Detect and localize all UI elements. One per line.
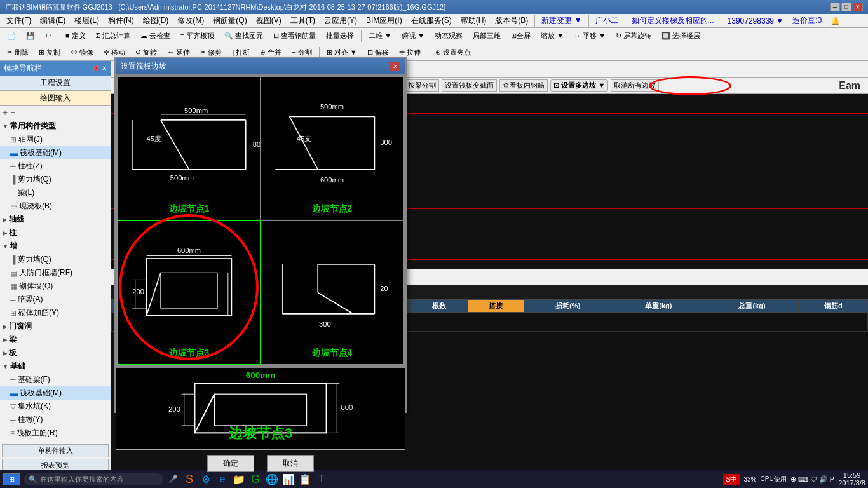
menu-version[interactable]: 版本号(B) — [491, 14, 532, 27]
menu-modify[interactable]: 修改(M) — [173, 14, 208, 27]
dialog-close-btn[interactable]: ✕ — [390, 62, 400, 71]
big-node-label: 边坡节点3 — [229, 424, 292, 443]
dialog-footer: 确定 取消 — [116, 449, 405, 477]
ped-label: 柱墩(Y) — [18, 414, 43, 425]
menu-cloud[interactable]: 云应用(Y) — [320, 14, 361, 27]
nav-item-civil-defense[interactable]: ▤ 人防门框墙(RF) — [0, 266, 111, 280]
set-multi-slope-btn[interactable]: ⊡ 设置多边坡 ▼ — [550, 79, 608, 92]
nav-item-column[interactable]: ┴ 柱柱(Z) — [0, 159, 111, 173]
nav-item-main-rebar[interactable]: ≡ 筏板主筋(R) — [0, 426, 111, 440]
titlebar: 广联达BIM钢筋算量软件 GGJ2013 - [C:\Users\Adminis… — [0, 0, 868, 14]
nav-item-masonry[interactable]: ▦ 砌体墙(Q) — [0, 280, 111, 293]
nav-section-col[interactable]: ▶ 柱 — [0, 226, 111, 240]
menu-online[interactable]: 在线服务(S) — [407, 14, 456, 27]
th-count: 根数 — [410, 300, 467, 313]
menu-help[interactable]: 帮助(H) — [457, 14, 491, 27]
tb-delete[interactable]: ✂ 删除 — [3, 46, 33, 59]
nav-remove-icon[interactable]: − — [10, 107, 15, 118]
tb-zoom[interactable]: 缩放 ▼ — [536, 29, 568, 43]
nav-item-shearwall[interactable]: ▐ 剪力墙(Q) — [0, 173, 111, 186]
tb-setpoint[interactable]: ⊕ 设置夹点 — [431, 46, 475, 59]
nav-item-beam[interactable]: ═ 梁(L) — [0, 186, 111, 200]
tb-undo[interactable]: ↩ — [41, 30, 55, 42]
tb-level[interactable]: ≡ 平齐板顶 — [176, 29, 219, 43]
svg-text:800: 800 — [253, 140, 260, 148]
menu-rebar[interactable]: 钢筋量(Q) — [209, 14, 250, 27]
menu-component[interactable]: 构件(N) — [104, 14, 138, 27]
tb-mirror[interactable]: ⇔ 镜像 — [66, 46, 98, 59]
dialog-title[interactable]: 设置筏板边坡 ✕ — [116, 58, 405, 74]
nav-section-foundation[interactable]: ▼ 基础 — [0, 360, 111, 373]
tb-copy[interactable]: ⊞ 复制 — [34, 46, 65, 59]
tb-define[interactable]: ■ 定义 — [61, 29, 90, 43]
hb-icon: ─ — [10, 295, 16, 304]
nav-pin[interactable]: 📌 — [92, 65, 99, 72]
menu-edit[interactable]: 编辑(E) — [36, 14, 69, 27]
menu-bim[interactable]: BIM应用(I) — [362, 14, 406, 27]
tb-sum[interactable]: Σ 汇总计算 — [92, 29, 135, 43]
tb-find[interactable]: 🔍 查找图元 — [220, 29, 268, 43]
menu-guangxiao[interactable]: 广小二 — [592, 14, 622, 27]
nav-close[interactable]: ✕ — [102, 65, 107, 72]
nav-item-found-beam[interactable]: ═ 基础梁(F) — [0, 373, 111, 386]
nav-item-slab-found[interactable]: ▬ 筏板基础(M) — [0, 146, 111, 159]
nav-item-sump[interactable]: ▽ 集水坑(K) — [0, 400, 111, 413]
menu-view[interactable]: 视图(V) — [252, 14, 285, 27]
nav-item-pedestal[interactable]: ┬ 柱墩(Y) — [0, 413, 111, 426]
menu-help-hint[interactable]: 如何定义楼梯及相应的... — [628, 14, 718, 27]
nav-section-board[interactable]: ▶ 板 — [0, 346, 111, 360]
split-by-beam-btn[interactable]: 按梁分割 — [405, 79, 439, 92]
tb-pan[interactable]: ↔ 平移 ▼ — [569, 29, 610, 43]
menu-tools[interactable]: 工具(T) — [287, 14, 319, 27]
tb-screen-rotate[interactable]: ↻ 屏幕旋转 — [611, 29, 656, 43]
menu-phone[interactable]: 13907298339 ▼ — [724, 15, 788, 27]
nav-section-beam[interactable]: ▶ 梁 — [0, 333, 111, 346]
nav-add-icon[interactable]: + — [3, 107, 8, 118]
dialog-confirm-btn[interactable]: 确定 — [207, 455, 254, 472]
menu-new-change[interactable]: 新建变更 ▼ — [538, 14, 585, 27]
single-input-btn[interactable]: 单构件输入 — [2, 444, 109, 458]
tb-batch-select[interactable]: 批量选择 — [322, 29, 358, 43]
set-cross-section-btn[interactable]: 设置筏板变截面 — [442, 79, 497, 92]
nav-item-castboard[interactable]: ▭ 现浇板(B) — [0, 200, 111, 213]
start-btn[interactable]: ⊞ — [3, 473, 21, 486]
maximize-btn[interactable]: □ — [841, 3, 851, 11]
tb-view[interactable]: 俯视 ▼ — [397, 29, 429, 43]
cancel-slope-btn[interactable]: 取消所有边坡 — [611, 79, 659, 92]
engineering-settings[interactable]: 工程设置 — [0, 76, 111, 91]
cd-icon: ▤ — [10, 269, 17, 278]
minimize-btn[interactable]: ─ — [830, 3, 840, 11]
tb-cloud-check[interactable]: ☁ 云检查 — [136, 29, 175, 43]
svg-text:500mm: 500mm — [170, 174, 194, 182]
tb-check-rebar[interactable]: ⊞ 查看钢筋量 — [269, 29, 320, 43]
tb-fullscreen[interactable]: ⊞全屏 — [506, 29, 535, 43]
sketch-input[interactable]: 绘图输入 — [0, 91, 111, 106]
nav-section-common[interactable]: ▼ 常用构件类型 — [0, 119, 111, 133]
close-btn[interactable]: ✕ — [853, 3, 863, 11]
menu-layer[interactable]: 楼层(L) — [71, 14, 103, 27]
tb-new[interactable]: 📄 — [3, 30, 20, 42]
win-controls: ─ □ ✕ — [830, 3, 863, 11]
menu-file[interactable]: 文件(F) — [3, 14, 35, 27]
node-cell-1[interactable]: 500mm 45度 800 500mm 边坡节点1 — [118, 77, 260, 220]
view-inner-rebar-btn[interactable]: 查看板内钢筋 — [499, 79, 548, 92]
nav-item-hidden-beam[interactable]: ─ 暗梁(A) — [0, 293, 111, 306]
nav-section-door[interactable]: ▶ 门窗洞 — [0, 320, 111, 333]
nav-section-axis[interactable]: ▶ 轴线 — [0, 213, 111, 226]
tb-select-layer[interactable]: 🔲 选择楼层 — [657, 29, 705, 43]
menu-draw[interactable]: 绘图(D) — [139, 14, 173, 27]
menu-price[interactable]: 造价豆:0 — [789, 14, 825, 27]
tb-local3d[interactable]: 局部三维 — [468, 29, 505, 43]
nav-item-masonry-rebar[interactable]: ⊞ 砌体加筋(Y) — [0, 306, 111, 320]
dialog-cancel-btn[interactable]: 取消 — [267, 455, 314, 472]
tb-save[interactable]: 💾 — [22, 30, 39, 42]
tb-2d[interactable]: 二维 ▼ — [364, 29, 396, 43]
tb-dynamic[interactable]: 动态观察 — [430, 29, 467, 43]
node-cell-2[interactable]: 500mm 45支 300 600mm 边坡节点2 — [261, 77, 403, 220]
nav-item-shearwall2[interactable]: ▐ 剪力墙(Q) — [0, 253, 111, 266]
nav-item-slab-found2[interactable]: ▬ 筏板基础(M) — [0, 386, 111, 400]
node-cell-4[interactable]: 20 300 边坡节点4 — [261, 221, 403, 364]
node-cell-3[interactable]: 600mm 200 边坡节点3 — [118, 221, 260, 364]
nav-section-wall[interactable]: ▼ 墙 — [0, 240, 111, 253]
nav-item-axis[interactable]: ⊞ 轴网(J) — [0, 133, 111, 146]
